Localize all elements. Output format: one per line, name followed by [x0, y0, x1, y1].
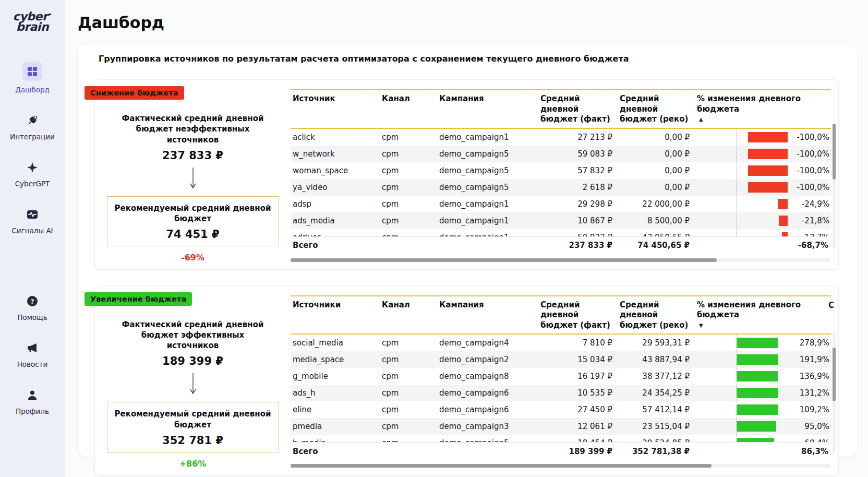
clipped-column-header: С [828, 301, 834, 310]
sidebar-item-news[interactable]: Новости [17, 340, 48, 368]
main-content: Дашборд Группировка источников по резуль… [65, 0, 868, 477]
cell-channel: cpm [380, 435, 437, 442]
table-header: Источники Канал Кампания Средний дневной… [291, 295, 831, 335]
sort-desc-icon[interactable]: ▼ [699, 322, 703, 329]
positive-change-bar [737, 421, 776, 432]
sparkle-icon [25, 160, 40, 175]
logo-line2: brain [13, 22, 52, 32]
change-percent-value: 131,2% [800, 385, 829, 401]
sidebar-item-label: Сигналы AI [11, 226, 53, 235]
vertical-scrollbar[interactable] [833, 124, 836, 248]
cell-fact-budget: 27 450 ₽ [536, 401, 616, 418]
col-header-change-percent[interactable]: % изменения дневного бюджета ▼ [693, 300, 831, 329]
table-row: media_space cpm demo_campaign2 15 034 ₽ … [291, 351, 831, 368]
cell-fact-budget: 29 298 ₽ [536, 196, 616, 212]
vertical-scrollbar-thumb[interactable] [833, 348, 836, 402]
person-icon [25, 387, 40, 403]
sidebar-item-dashboard[interactable]: Дашборд [15, 62, 50, 94]
sidebar-item-cybergpt[interactable]: CyberGPT [15, 160, 50, 188]
sidebar-item-integrations[interactable]: Интеграции [10, 113, 55, 141]
col-header-change-percent[interactable]: % изменения дневного бюджета ▲ [693, 94, 831, 123]
table-row: aclick cpm demo_campaign1 27 213 ₽ 0,00 … [291, 129, 831, 146]
cell-change: 136,9% [693, 368, 831, 385]
cell-fact-budget: 10 535 ₽ [536, 385, 616, 401]
cell-reco-budget: 29 593,31 ₽ [616, 335, 693, 351]
col-header-channel[interactable]: Канал [380, 300, 437, 311]
cell-reco-budget: 43 887,94 ₽ [616, 351, 693, 368]
vertical-scrollbar-thumb[interactable] [833, 124, 836, 180]
cell-reco-budget: 0,00 ₽ [616, 179, 693, 196]
cell-source: g_mobile [291, 368, 380, 385]
cell-channel: cpm [380, 179, 437, 196]
cell-campaign: demo_campaign5 [437, 435, 536, 442]
cell-source: aclick [291, 129, 380, 146]
sidebar: cyber✦ brain Дашборд Интег [0, 0, 65, 477]
cell-change: -24,9% [693, 196, 831, 212]
cell-change: -13,7% [693, 229, 831, 236]
table-row: b_media cpm demo_campaign5 18 454 ₽ 29 5… [291, 435, 831, 442]
cell-change: -21,8% [693, 212, 831, 229]
cell-channel: cpm [380, 212, 437, 229]
col-header-source[interactable]: Источник [291, 94, 380, 104]
cell-campaign: demo_campaign2 [437, 351, 536, 368]
horizontal-scrollbar[interactable] [291, 258, 830, 262]
cell-source: adriver [291, 229, 380, 236]
total-row: Всего 237 833 ₽ 74 450,65 ₽ -68,7% [291, 236, 831, 254]
cell-reco-budget: 8 500,00 ₽ [616, 212, 693, 229]
question-circle-icon: ? [25, 293, 40, 309]
horizontal-scrollbar-thumb[interactable] [291, 258, 717, 262]
negative-change-bar [779, 216, 788, 226]
total-row: Всего 189 399 ₽ 352 781,38 ₽ 86,3% [291, 442, 831, 460]
table-row: w_network cpm demo_campaign5 59 083 ₽ 0,… [291, 146, 831, 162]
table-row: adriver cpm demo_campaign1 50 922 ₽ 43 9… [291, 229, 831, 236]
table-row: g_mobile cpm demo_campaign8 16 197 ₽ 38 … [291, 368, 831, 385]
cell-fact-budget: 27 213 ₽ [536, 129, 616, 146]
cell-channel: cpm [380, 351, 437, 368]
cell-campaign: demo_campaign5 [437, 146, 536, 162]
down-arrow-icon [189, 373, 197, 398]
col-header-fact-budget[interactable]: Средний дневной бюджет (факт) [536, 94, 616, 125]
cyberbrain-logo: cyber✦ brain [13, 9, 52, 32]
logo-sparkle-icon: ✦ [47, 11, 52, 17]
change-percent-value: -21,8% [802, 212, 829, 229]
horizontal-scrollbar[interactable] [291, 464, 830, 468]
fact-budget-label: Фактический средний дневной бюджет неэфф… [115, 113, 271, 145]
col-header-fact-budget[interactable]: Средний дневной бюджет (факт) [536, 300, 616, 331]
positive-change-bar [737, 338, 778, 348]
horizontal-scrollbar-thumb[interactable] [291, 464, 712, 468]
change-percent-value: -100,0% [797, 146, 829, 162]
cell-reco-budget: 23 515,04 ₽ [616, 418, 693, 435]
cell-channel: cpm [380, 335, 437, 351]
sidebar-item-signals-ai[interactable]: Сигналы AI [11, 207, 53, 235]
cell-fact-budget: 18 454 ₽ [536, 435, 616, 442]
col-header-channel[interactable]: Канал [380, 94, 437, 104]
reco-budget-label: Рекомендуемый средний дневной бюджет [115, 203, 271, 224]
recommended-budget-box: Рекомендуемый средний дневной бюджет 352… [107, 402, 279, 452]
pulse-app-icon [25, 207, 40, 222]
sidebar-item-profile[interactable]: Профиль [16, 387, 49, 415]
fact-budget-value: 237 833 ₽ [162, 149, 223, 162]
cell-campaign: demo_campaign6 [437, 385, 536, 401]
fact-budget-value: 189 399 ₽ [162, 355, 223, 367]
col-header-source[interactable]: Источники [291, 300, 380, 311]
cell-channel: cpm [380, 146, 437, 162]
cell-source: b_media [291, 435, 380, 442]
reco-budget-value: 74 451 ₽ [115, 228, 271, 241]
sidebar-item-help[interactable]: ? Помощь [17, 293, 47, 321]
col-header-campaign[interactable]: Кампания [437, 300, 536, 311]
sidebar-nav: Дашборд Интеграции CyberGPT [10, 62, 55, 434]
col-header-reco-budget[interactable]: Средний дневной бюджет (реко) [616, 94, 693, 125]
sort-asc-icon[interactable]: ▲ [699, 116, 703, 123]
decrease-badge: Снижение бюджета [85, 86, 184, 100]
cell-change: 60,4% [693, 435, 831, 442]
vertical-scrollbar[interactable] [833, 333, 836, 453]
cell-change: -100,0% [693, 162, 831, 179]
change-percent-value: -100,0% [797, 162, 829, 179]
col-header-campaign[interactable]: Кампания [437, 94, 536, 104]
cell-change: 95,0% [693, 418, 831, 435]
svg-text:?: ? [30, 297, 34, 305]
cell-campaign: demo_campaign3 [437, 418, 536, 435]
app-window: cyber✦ brain Дашборд Интег [0, 0, 868, 477]
col-header-reco-budget[interactable]: Средний дневной бюджет (реко) [616, 300, 693, 331]
total-change-percent: 86,3% [693, 443, 831, 460]
